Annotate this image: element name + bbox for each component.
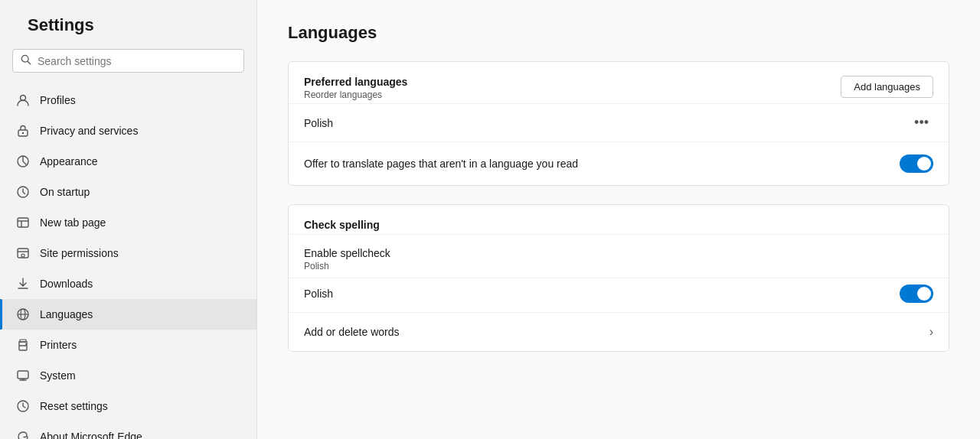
- sidebar: Settings Profiles: [0, 0, 257, 439]
- svg-point-19: [25, 343, 27, 345]
- sidebar-item-printers-label: Printers: [40, 339, 77, 351]
- translate-toggle-slider: [900, 154, 933, 173]
- lock-icon: [15, 123, 31, 138]
- svg-rect-7: [18, 218, 28, 227]
- svg-point-12: [21, 254, 24, 257]
- sidebar-item-downloads-label: Downloads: [40, 278, 93, 290]
- search-input[interactable]: [38, 55, 236, 67]
- sidebar-item-languages-label: Languages: [40, 308, 93, 320]
- person-icon: [15, 93, 31, 108]
- sidebar-item-system-label: System: [40, 369, 76, 382]
- system-icon: [15, 368, 31, 383]
- add-delete-words-row[interactable]: Add or delete words ›: [289, 312, 949, 351]
- sidebar-item-about-label: About Microsoft Edge: [40, 431, 142, 439]
- preferred-languages-info: Preferred languages Reorder languages: [304, 76, 407, 100]
- downloads-icon: [15, 276, 31, 291]
- chevron-right-icon: ›: [929, 325, 933, 339]
- svg-rect-18: [20, 340, 26, 342]
- newtab-icon: [15, 215, 31, 230]
- app-title: Settings: [0, 15, 256, 49]
- search-box[interactable]: [12, 49, 244, 73]
- svg-line-1: [28, 61, 31, 64]
- spellcheck-enable-row: Enable spellcheck Polish: [289, 234, 949, 278]
- sidebar-item-about[interactable]: About Microsoft Edge: [0, 421, 256, 439]
- sidebar-item-reset-label: Reset settings: [40, 400, 108, 412]
- languages-icon: [15, 307, 31, 322]
- appearance-icon: [15, 154, 31, 169]
- sidebar-item-startup[interactable]: On startup: [0, 177, 256, 207]
- language-row-polish: Polish •••: [289, 103, 949, 141]
- sidebar-item-startup-label: On startup: [40, 186, 90, 198]
- sidebar-item-sitepermissions-label: Site permissions: [40, 247, 119, 259]
- sidebar-item-printers[interactable]: Printers: [0, 330, 256, 360]
- check-spelling-header: Check spelling: [289, 205, 949, 234]
- translate-label: Offer to translate pages that aren't in …: [304, 158, 578, 170]
- main-content: Languages Preferred languages Reorder la…: [257, 0, 980, 439]
- reset-icon: [15, 398, 31, 414]
- translate-toggle-row: Offer to translate pages that aren't in …: [289, 141, 949, 185]
- svg-rect-10: [18, 249, 28, 258]
- svg-rect-17: [19, 346, 27, 350]
- sidebar-item-system[interactable]: System: [0, 360, 256, 391]
- sidebar-item-privacy[interactable]: Privacy and services: [0, 115, 256, 146]
- translate-toggle[interactable]: [900, 154, 933, 173]
- printers-icon: [15, 337, 31, 353]
- sidebar-item-profiles-label: Profiles: [40, 94, 76, 106]
- sidebar-item-languages[interactable]: Languages: [0, 299, 256, 330]
- preferred-languages-header: Preferred languages Reorder languages Ad…: [289, 62, 949, 103]
- spellcheck-polish-toggle[interactable]: [900, 285, 933, 303]
- svg-rect-20: [18, 371, 28, 379]
- enable-spellcheck-label: Enable spellcheck: [304, 247, 390, 259]
- add-languages-button[interactable]: Add languages: [841, 76, 933, 98]
- add-delete-words-label: Add or delete words: [304, 326, 400, 338]
- sidebar-item-appearance[interactable]: Appearance: [0, 146, 256, 177]
- language-more-button[interactable]: •••: [910, 113, 933, 132]
- spellcheck-polish-row: Polish: [289, 278, 949, 312]
- startup-icon: [15, 184, 31, 200]
- check-spelling-title: Check spelling: [304, 219, 933, 231]
- sidebar-item-privacy-label: Privacy and services: [40, 125, 138, 137]
- sitepermissions-icon: [15, 246, 31, 261]
- edge-icon: [15, 429, 31, 439]
- search-icon: [21, 54, 31, 67]
- spellcheck-info: Enable spellcheck Polish: [304, 247, 390, 272]
- spellcheck-subtitle: Polish: [304, 261, 390, 272]
- page-title: Languages: [288, 23, 949, 43]
- spellcheck-polish-label: Polish: [304, 288, 333, 300]
- sidebar-item-profiles[interactable]: Profiles: [0, 85, 256, 115]
- svg-point-4: [22, 132, 24, 134]
- sidebar-item-reset[interactable]: Reset settings: [0, 391, 256, 421]
- preferred-languages-card: Preferred languages Reorder languages Ad…: [288, 61, 949, 186]
- spellcheck-toggle-slider: [900, 285, 933, 303]
- preferred-languages-title: Preferred languages: [304, 76, 407, 88]
- sidebar-item-downloads[interactable]: Downloads: [0, 268, 256, 299]
- language-name-polish: Polish: [304, 117, 333, 129]
- check-spelling-card: Check spelling Enable spellcheck Polish …: [288, 204, 949, 352]
- sidebar-item-sitepermissions[interactable]: Site permissions: [0, 238, 256, 268]
- reorder-languages-link[interactable]: Reorder languages: [304, 89, 407, 100]
- sidebar-item-newtab[interactable]: New tab page: [0, 207, 256, 238]
- sidebar-item-newtab-label: New tab page: [40, 216, 106, 229]
- search-wrapper: [0, 49, 256, 85]
- sidebar-item-appearance-label: Appearance: [40, 155, 98, 167]
